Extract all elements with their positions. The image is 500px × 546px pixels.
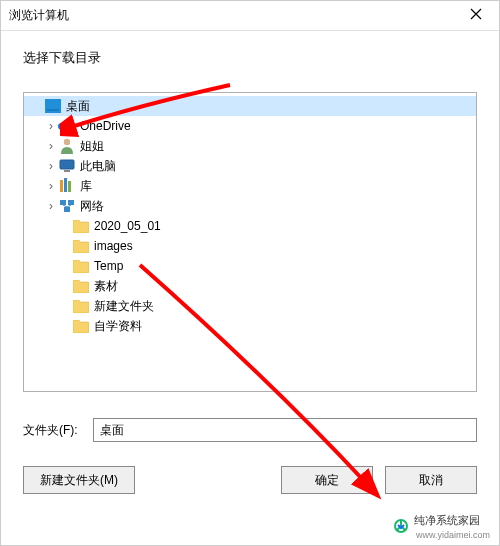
folder-field-input[interactable] — [93, 418, 477, 442]
svg-rect-3 — [60, 160, 74, 169]
watermark-brand: 纯净系统家园 — [414, 514, 480, 526]
tree-item[interactable]: images — [24, 236, 476, 256]
svg-rect-10 — [64, 207, 70, 212]
dialog-button-row: 新建文件夹(M) 确定 取消 — [23, 466, 477, 494]
folder-icon — [72, 317, 90, 335]
tree-item-label: 桌面 — [66, 98, 90, 115]
user-icon — [58, 137, 76, 155]
tree-item-label: images — [94, 239, 133, 253]
tree-item[interactable]: 自学资料 — [24, 316, 476, 336]
tree-item[interactable]: Temp — [24, 256, 476, 276]
dialog-subtitle: 选择下载目录 — [1, 31, 499, 77]
tree-item[interactable]: 素材 — [24, 276, 476, 296]
network-icon — [58, 197, 76, 215]
folder-icon — [72, 297, 90, 315]
expander-icon[interactable]: › — [44, 179, 58, 193]
ok-button[interactable]: 确定 — [281, 466, 373, 494]
desktop-icon — [44, 97, 62, 115]
watermark-url: www.yidaimei.com — [416, 530, 490, 540]
svg-rect-6 — [64, 178, 67, 192]
folder-icon — [72, 237, 90, 255]
svg-point-2 — [64, 139, 70, 145]
svg-rect-8 — [60, 200, 66, 205]
svg-rect-5 — [60, 180, 63, 192]
onedrive-icon — [58, 117, 76, 135]
folder-icon — [72, 217, 90, 235]
folder-field-label: 文件夹(F): — [23, 422, 93, 439]
tree-item[interactable]: ›OneDrive — [24, 116, 476, 136]
svg-rect-7 — [68, 181, 71, 192]
tree-item[interactable]: 2020_05_01 — [24, 216, 476, 236]
tree-item[interactable]: 新建文件夹 — [24, 296, 476, 316]
tree-item-label: 2020_05_01 — [94, 219, 161, 233]
watermark: 纯净系统家园 www.yidaimei.com — [388, 511, 494, 542]
cancel-button[interactable]: 取消 — [385, 466, 477, 494]
thispc-icon — [58, 157, 76, 175]
expander-icon[interactable]: › — [44, 159, 58, 173]
logo-icon — [392, 517, 414, 537]
tree-item-label: 库 — [80, 178, 92, 195]
tree-item-label: 网络 — [80, 198, 104, 215]
folder-icon — [72, 257, 90, 275]
dialog-title: 浏览计算机 — [9, 7, 461, 24]
tree-item[interactable]: ›网络 — [24, 196, 476, 216]
tree-item[interactable]: ›库 — [24, 176, 476, 196]
svg-rect-1 — [47, 109, 59, 111]
svg-rect-4 — [64, 170, 70, 172]
tree-item-label: 自学资料 — [94, 318, 142, 335]
folder-tree[interactable]: 桌面›OneDrive›姐姐›此电脑›库›网络2020_05_01imagesT… — [23, 92, 477, 392]
tree-item[interactable]: ›此电脑 — [24, 156, 476, 176]
expander-icon[interactable]: › — [44, 119, 58, 133]
tree-item-label: Temp — [94, 259, 123, 273]
tree-item-label: OneDrive — [80, 119, 131, 133]
browse-folder-dialog: 浏览计算机 选择下载目录 桌面›OneDrive›姐姐›此电脑›库›网络2020… — [0, 0, 500, 546]
tree-item[interactable]: ›姐姐 — [24, 136, 476, 156]
tree-item-label: 素材 — [94, 278, 118, 295]
folder-icon — [72, 277, 90, 295]
tree-item[interactable]: 桌面 — [24, 96, 476, 116]
new-folder-button[interactable]: 新建文件夹(M) — [23, 466, 135, 494]
expander-icon[interactable]: › — [44, 199, 58, 213]
library-icon — [58, 177, 76, 195]
folder-field-row: 文件夹(F): — [23, 418, 477, 442]
tree-item-label: 新建文件夹 — [94, 298, 154, 315]
tree-item-label: 姐姐 — [80, 138, 104, 155]
tree-item-label: 此电脑 — [80, 158, 116, 175]
titlebar: 浏览计算机 — [1, 1, 499, 31]
expander-icon[interactable]: › — [44, 139, 58, 153]
close-icon — [470, 8, 482, 23]
svg-rect-9 — [68, 200, 74, 205]
close-button[interactable] — [461, 1, 491, 31]
